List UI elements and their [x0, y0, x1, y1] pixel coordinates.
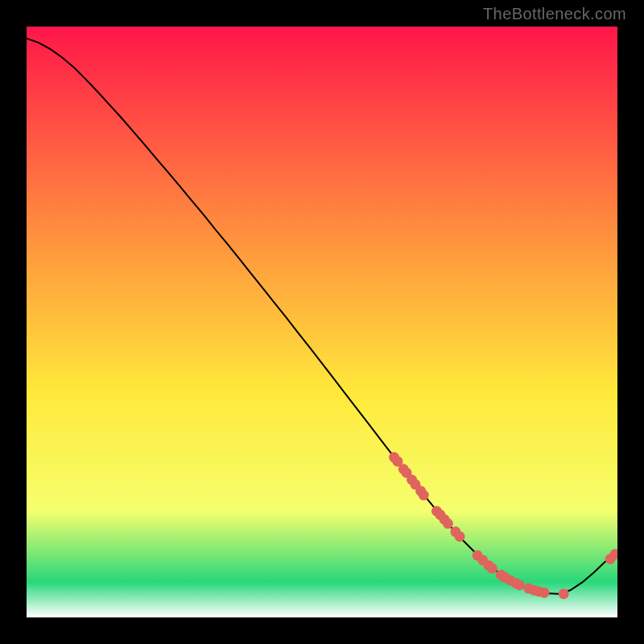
data-point	[443, 518, 453, 529]
data-point	[419, 490, 429, 501]
data-point	[559, 588, 569, 599]
chart-container: TheBottleneck.com	[0, 0, 644, 644]
data-point	[539, 588, 549, 598]
plot-area	[27, 27, 617, 617]
gradient-background	[27, 27, 617, 617]
chart-svg	[27, 27, 617, 617]
data-point	[514, 580, 525, 590]
data-point	[455, 531, 465, 542]
watermark-text: TheBottleneck.com	[483, 5, 626, 23]
data-point	[487, 564, 497, 574]
